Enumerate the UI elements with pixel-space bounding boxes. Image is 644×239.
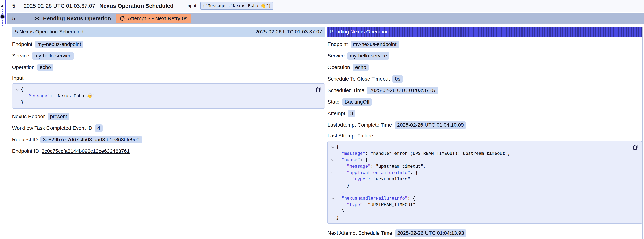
json-code-line: "applicationFailureInfo": { xyxy=(329,170,631,176)
event-time: 2025-02-26 UTC 01:03:37.07 xyxy=(24,3,100,9)
event-row-scheduled[interactable]: 5 2025-02-26 UTC 01:03:37.07 Nexus Opera… xyxy=(7,0,644,12)
code-gutter xyxy=(329,182,336,189)
field-label: Operation xyxy=(12,64,34,70)
field-workflow-task-completed-event-id: Workflow Task Completed Event ID 4 xyxy=(12,124,325,132)
field-label: Last Attempt Complete Time xyxy=(328,122,392,128)
failure-section-label: Last Attempt Failure xyxy=(328,133,642,139)
input-inline-label: Input xyxy=(186,3,196,8)
field-service: Service my-hello-service xyxy=(12,52,325,60)
scheduled-panel-title: 5 Nexus Operation Scheduled xyxy=(15,29,84,35)
event-detail-panel-pending: Pending Nexus Operation Endpoint my-nexu… xyxy=(327,27,643,239)
field-value-badge: 2025-02-26 UTC 01:03:37.07 xyxy=(367,87,438,94)
input-inline-value[interactable]: {"Message":"Nexus Echo 👋"} xyxy=(200,2,274,10)
field-state: State BackingOff xyxy=(328,98,642,106)
field-label: Endpoint xyxy=(12,41,32,47)
json-code-text: { xyxy=(336,144,339,150)
json-code-line: } xyxy=(14,99,314,106)
field-endpoint-id: Endpoint ID 3c0c75ccfa8144b092c13ce63246… xyxy=(12,148,325,155)
collapse-chevron-icon[interactable] xyxy=(329,157,336,163)
retry-badge-text: Attempt 3 • Next Retry 0s xyxy=(128,16,187,22)
event-marker-open-icon xyxy=(0,4,3,7)
pending-panel-title: Pending Nexus Operation xyxy=(330,29,389,35)
selected-events-rail xyxy=(5,0,6,24)
scheduled-panel-header: 5 Nexus Operation Scheduled 2025-02-26 U… xyxy=(12,27,325,36)
field-nexus-header: Nexus Header present xyxy=(12,113,325,120)
field-last-attempt-complete-time: Last Attempt Complete Time 2025-02-26 UT… xyxy=(328,121,642,129)
copy-icon xyxy=(316,90,322,93)
field-value-badge: my-nexus-endpoint xyxy=(35,41,84,48)
field-label: State xyxy=(328,99,340,105)
json-code-line: "message": "handler error (UPSTREAM_TIME… xyxy=(329,150,631,157)
collapse-chevron-icon[interactable] xyxy=(329,144,336,150)
copy-icon xyxy=(633,148,638,151)
code-gutter xyxy=(329,150,336,157)
event-detail-panels: 5 Nexus Operation Scheduled 2025-02-26 U… xyxy=(12,27,644,239)
field-endpoint: Endpoint my-nexus-endpoint xyxy=(328,41,642,48)
field-attempt: Attempt 3 xyxy=(328,110,642,117)
field-label: Endpoint ID xyxy=(12,148,39,154)
field-label: Attempt xyxy=(328,110,345,116)
field-operation: Operation echo xyxy=(328,64,642,71)
event-row-pending[interactable]: 5 Pending Nexus Operation Attempt 3 • Ne… xyxy=(7,13,644,24)
field-value-badge: 3e829b7e-7d67-4b08-aad3-b1e868bfe9e0 xyxy=(40,136,142,144)
event-id-link[interactable]: 5 xyxy=(12,16,15,22)
field-label: Nexus Header xyxy=(12,114,45,120)
field-label: Service xyxy=(328,53,344,59)
pending-title: Pending Nexus Operation xyxy=(43,15,111,22)
pending-panel-header: Pending Nexus Operation xyxy=(327,27,642,36)
json-code-text: "message": "handler error (UPSTREAM_TIME… xyxy=(336,150,510,157)
json-code-text: }, xyxy=(336,189,347,195)
copy-button[interactable] xyxy=(633,144,638,150)
field-value-badge: my-hello-service xyxy=(347,52,389,60)
field-value-badge: my-hello-service xyxy=(32,52,74,60)
pending-panel-body: Endpoint my-nexus-endpoint Service my-he… xyxy=(327,36,642,237)
json-code-line: } xyxy=(329,214,631,221)
scheduled-panel-body: Endpoint my-nexus-endpoint Service my-he… xyxy=(12,36,325,155)
field-label: Endpoint xyxy=(328,41,348,47)
json-code-line: } xyxy=(329,182,631,189)
field-label: Request ID xyxy=(12,137,38,142)
field-label: Workflow Task Completed Event ID xyxy=(12,125,92,131)
event-id-link[interactable]: 5 xyxy=(12,3,15,9)
json-code-text: "Message": "Nexus Echo 👋" xyxy=(21,93,95,99)
json-code-line: "type": "UPSTREAM_TIMEOUT" xyxy=(329,202,631,208)
code-gutter xyxy=(329,202,336,208)
field-value-badge: 2025-02-26 UTC 01:04:13.93 xyxy=(395,230,466,237)
json-code-text: } xyxy=(21,99,24,106)
json-code-line: "nexusHandlerFailureInfo": { xyxy=(329,195,631,202)
field-value-badge: 3 xyxy=(348,110,356,117)
json-code-text: "message": "upstream timeout", xyxy=(336,163,426,170)
failure-json-block: { "message": "handler error (UPSTREAM_TI… xyxy=(328,141,642,224)
json-code-line: } xyxy=(329,208,631,214)
json-code-text: } xyxy=(336,208,344,214)
event-marker-filled-icon xyxy=(1,15,4,18)
event-detail-panel-scheduled: 5 Nexus Operation Scheduled 2025-02-26 U… xyxy=(12,27,326,239)
field-value-badge: 4 xyxy=(95,124,103,132)
json-code-line: "type": "NexusFailure" xyxy=(329,176,631,182)
code-gutter xyxy=(329,214,336,221)
endpoint-id-link[interactable]: 3c0c75ccfa8144b092c13ce632463761 xyxy=(42,148,130,154)
code-gutter xyxy=(329,163,336,170)
scheduled-panel-time: 2025-02-26 UTC 01:03:37.07 xyxy=(255,29,322,35)
field-scheduled-time: Scheduled Time 2025-02-26 UTC 01:03:37.0… xyxy=(328,87,642,94)
json-code-text: } xyxy=(336,214,339,221)
json-code-text: "type": "UPSTREAM_TIMEOUT" xyxy=(336,202,415,208)
collapse-chevron-icon[interactable] xyxy=(329,195,336,202)
json-code-text: { xyxy=(21,86,24,93)
json-code-line: "cause": { xyxy=(329,157,631,163)
field-label: Schedule To Close Timeout xyxy=(328,76,390,82)
pending-asterisk-icon xyxy=(34,15,40,22)
json-code-text: "applicationFailureInfo": { xyxy=(336,170,418,176)
field-operation: Operation echo xyxy=(12,64,325,71)
field-value-badge: BackingOff xyxy=(342,98,372,106)
collapse-chevron-icon[interactable] xyxy=(14,86,21,93)
event-title: Nexus Operation Scheduled xyxy=(100,3,174,9)
json-code-line: "Message": "Nexus Echo 👋" xyxy=(14,93,314,99)
copy-button[interactable] xyxy=(316,86,322,93)
json-code-line: "message": "upstream timeout", xyxy=(329,163,631,170)
code-gutter xyxy=(14,93,21,99)
input-json-block: { "Message": "Nexus Echo 👋"} xyxy=(12,84,325,108)
field-value-badge: present xyxy=(48,113,70,120)
field-label: Scheduled Time xyxy=(328,88,364,93)
collapse-chevron-icon[interactable] xyxy=(329,170,336,176)
